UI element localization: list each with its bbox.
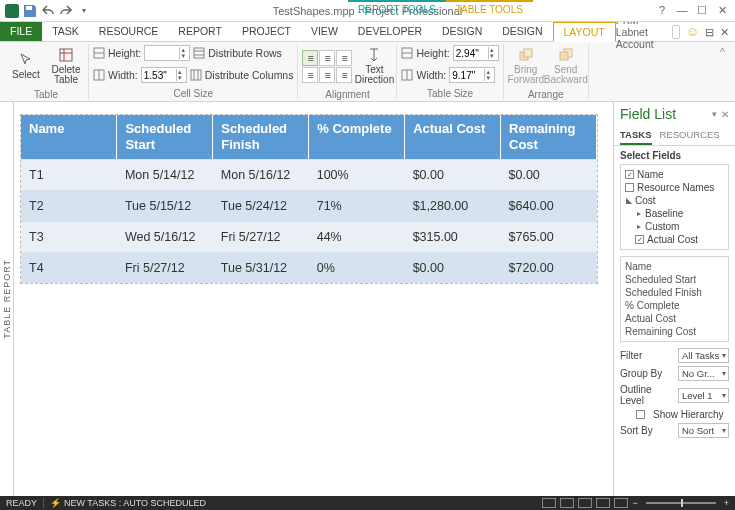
status-newtasks[interactable]: NEW TASKS : AUTO SCHEDULED	[64, 498, 206, 508]
row-height-input[interactable]: ▲▼	[144, 45, 190, 61]
groupby-combo[interactable]: No Gr...	[678, 366, 729, 381]
redo-icon[interactable]	[58, 3, 74, 19]
zoom-in-icon[interactable]: +	[724, 498, 729, 508]
doc-restore-icon[interactable]: ⊟	[705, 26, 714, 38]
table-width-label: Width:	[416, 69, 446, 81]
account-avatar-icon[interactable]	[672, 25, 680, 39]
tab-project[interactable]: PROJECT	[232, 22, 301, 41]
list-item[interactable]: % Complete	[625, 299, 724, 312]
filter-combo[interactable]: All Tasks	[678, 348, 729, 363]
qat-customize-icon[interactable]: ▾	[76, 3, 92, 19]
doc-close-icon[interactable]: ✕	[720, 26, 729, 38]
filter-label: Filter	[620, 350, 674, 361]
tab-report[interactable]: REPORT	[168, 22, 232, 41]
status-bar: READY ⚡ NEW TASKS : AUTO SCHEDULED − +	[0, 496, 735, 510]
list-item[interactable]: Scheduled Finish	[625, 286, 724, 299]
col-header[interactable]: Remaining Cost	[501, 115, 597, 160]
workspace: TABLE REPORT Name Scheduled Start Schedu…	[0, 102, 735, 496]
checkbox-icon[interactable]: ✓	[635, 235, 644, 244]
col-header[interactable]: Scheduled Finish	[213, 115, 309, 160]
zoom-out-icon[interactable]: −	[632, 498, 637, 508]
tab-task[interactable]: TASK	[42, 22, 89, 41]
tab-design-table[interactable]: DESIGN	[492, 22, 552, 41]
svg-rect-1	[26, 6, 32, 10]
bring-forward-button[interactable]: Bring Forward	[508, 44, 544, 88]
pane-close-icon[interactable]: ✕	[721, 109, 729, 120]
pane-tab-resources[interactable]: RESOURCES	[660, 126, 720, 145]
field-list-pane: Field List ▾ ✕ TASKS RESOURCES Select Fi…	[613, 102, 735, 496]
app-icon	[4, 3, 20, 19]
col-header[interactable]: Name	[21, 115, 117, 160]
sortby-label: Sort By	[620, 425, 674, 436]
view-shortcut-icon[interactable]	[614, 498, 628, 508]
ribbon-tabs: FILE TASK RESOURCE REPORT PROJECT VIEW D…	[0, 22, 735, 42]
tab-file[interactable]: FILE	[0, 22, 42, 41]
minimize-icon[interactable]: —	[675, 4, 689, 17]
col-width-input[interactable]: ▲▼	[141, 67, 187, 83]
list-item[interactable]: Remaining Cost	[625, 325, 724, 338]
text-direction-button[interactable]: Text Direction	[356, 44, 392, 88]
pane-tab-tasks[interactable]: TASKS	[620, 126, 652, 145]
group-label-arrange: Arrange	[528, 88, 564, 100]
view-shortcut-icon[interactable]	[578, 498, 592, 508]
title-bar: ▾ TestShapes.mpp - Project Professional …	[0, 0, 735, 22]
row-height-label: Height:	[108, 47, 141, 59]
view-shortcut-icon[interactable]	[542, 498, 556, 508]
delete-table-button[interactable]: Delete Table	[48, 44, 84, 88]
col-header[interactable]: Scheduled Start	[117, 115, 213, 160]
collapse-icon[interactable]: ◣	[625, 197, 632, 204]
col-width-label: Width:	[108, 69, 138, 81]
select-fields-label: Select Fields	[620, 150, 729, 161]
tab-resource[interactable]: RESOURCE	[89, 22, 169, 41]
alignment-grid[interactable]: ≡≡≡ ≡≡≡	[302, 50, 352, 83]
show-hierarchy-label[interactable]: Show Hierarchy	[653, 409, 724, 420]
table-width-input[interactable]: ▲▼	[449, 67, 495, 83]
send-backward-button[interactable]: Send Backward	[548, 44, 584, 88]
list-item[interactable]: Scheduled Start	[625, 273, 724, 286]
close-icon[interactable]: ✕	[715, 4, 729, 17]
table-height-input[interactable]: ▲▼	[453, 45, 499, 61]
checkbox-icon[interactable]	[636, 410, 645, 419]
feedback-icon[interactable]: ☺	[686, 24, 699, 39]
list-item[interactable]: Actual Cost	[625, 312, 724, 325]
field-tree[interactable]: ✓Name Resource Names ◣Cost ▸Baseline ▸Cu…	[620, 164, 729, 250]
selected-fields-list[interactable]: Name Scheduled Start Scheduled Finish % …	[620, 256, 729, 342]
view-shortcut-icon[interactable]	[560, 498, 574, 508]
col-header[interactable]: % Complete	[309, 115, 405, 160]
sortby-combo[interactable]: No Sort	[678, 423, 729, 438]
pane-options-icon[interactable]: ▾	[712, 109, 717, 119]
tab-view[interactable]: VIEW	[301, 22, 348, 41]
distribute-rows-button[interactable]: Distribute Rows	[208, 47, 282, 59]
table-row: T3Wed 5/16/12Fri 5/27/1244%$315.00$765.0…	[21, 222, 597, 253]
svg-rect-0	[5, 4, 19, 18]
zoom-slider[interactable]	[646, 502, 716, 504]
ribbon-collapse-icon[interactable]: ^	[714, 44, 731, 99]
checkbox-icon[interactable]: ✓	[625, 170, 634, 179]
group-label-table: Table	[34, 88, 58, 100]
tab-developer[interactable]: DEVELOPER	[348, 22, 432, 41]
undo-icon[interactable]	[40, 3, 56, 19]
svg-rect-12	[560, 52, 568, 60]
col-header[interactable]: Actual Cost	[405, 115, 501, 160]
select-button[interactable]: Select	[8, 44, 44, 88]
help-icon[interactable]: ?	[655, 4, 669, 17]
tab-layout[interactable]: LAYOUT	[553, 22, 616, 42]
view-label: TABLE REPORT	[0, 102, 14, 496]
pane-title: Field List	[620, 106, 712, 122]
tab-design-report[interactable]: DESIGN	[432, 22, 492, 41]
status-ready: READY	[6, 498, 37, 508]
expand-icon[interactable]: ▸	[635, 223, 642, 230]
save-icon[interactable]	[22, 3, 38, 19]
table-height-label: Height:	[416, 47, 449, 59]
outline-label: Outline Level	[620, 384, 674, 406]
checkbox-icon[interactable]	[625, 183, 634, 192]
table-row: T2Tue 5/15/12Tue 5/24/1271%$1,280.00$640…	[21, 191, 597, 222]
maximize-icon[interactable]: ☐	[695, 4, 709, 17]
outline-combo[interactable]: Level 1	[678, 388, 729, 403]
expand-icon[interactable]: ▸	[635, 210, 642, 217]
distribute-cols-button[interactable]: Distribute Columns	[205, 69, 294, 81]
report-table[interactable]: Name Scheduled Start Scheduled Finish % …	[20, 114, 598, 284]
list-item[interactable]: Name	[625, 260, 724, 273]
report-canvas[interactable]: Name Scheduled Start Scheduled Finish % …	[14, 102, 613, 496]
view-shortcut-icon[interactable]	[596, 498, 610, 508]
